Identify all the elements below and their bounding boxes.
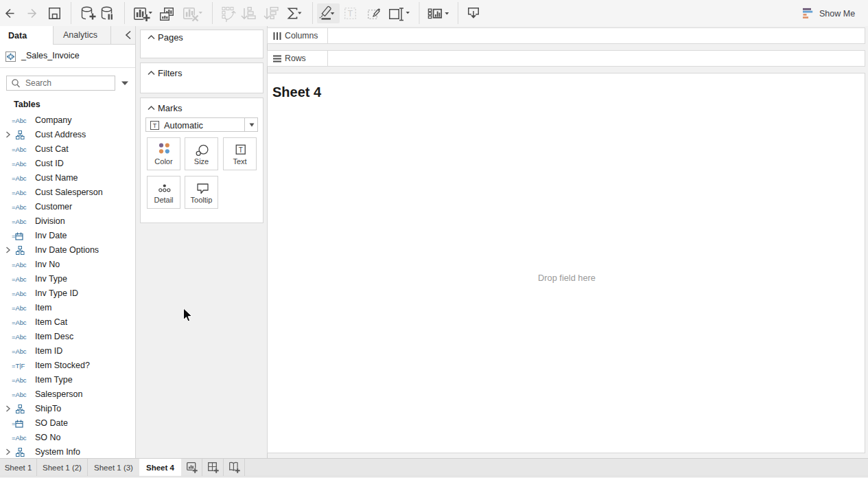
svg-text:T: T [348,9,353,19]
svg-text:T: T [239,146,243,154]
svg-text:T: T [153,122,157,129]
svg-text:Show Me: Show Me [819,9,855,19]
